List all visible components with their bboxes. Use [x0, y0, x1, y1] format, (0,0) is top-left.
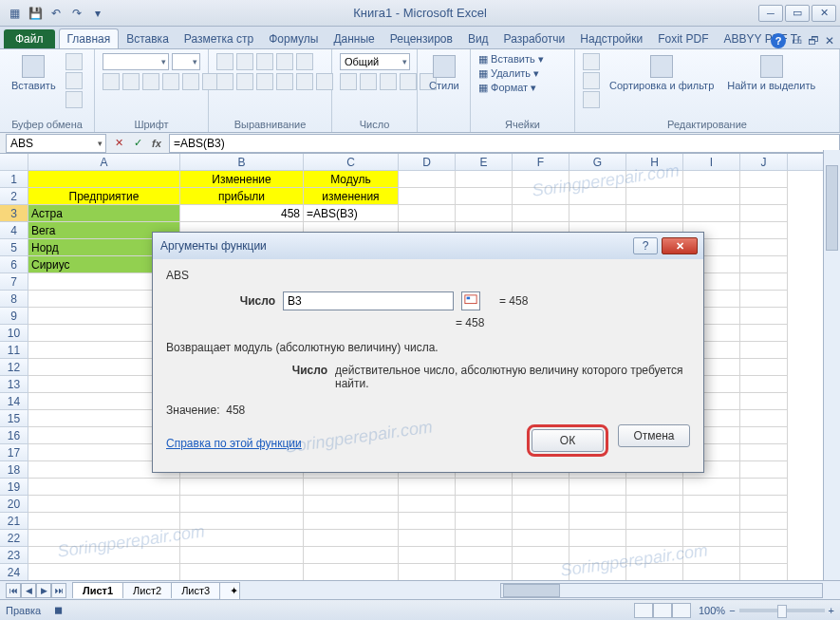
file-tab[interactable]: Файл — [4, 29, 55, 48]
tab-foxit[interactable]: Foxit PDF — [650, 29, 716, 48]
cell[interactable] — [626, 530, 683, 547]
cell[interactable] — [399, 496, 456, 513]
zoom-slider[interactable] — [739, 609, 825, 612]
cell[interactable] — [683, 513, 740, 530]
cut-icon[interactable] — [65, 53, 83, 70]
accept-formula-icon[interactable]: ✓ — [129, 135, 146, 152]
zoom-out-button[interactable]: − — [729, 605, 735, 616]
sheet-nav-last[interactable]: ⏭ — [51, 583, 66, 598]
tab-pagelayout[interactable]: Разметка стр — [177, 29, 261, 48]
cell[interactable] — [569, 171, 626, 188]
zoom-level[interactable]: 100% — [699, 605, 725, 616]
horizontal-scrollbar[interactable] — [500, 583, 823, 598]
cell[interactable] — [399, 530, 456, 547]
cells-delete-button[interactable]: ▦ Удалить ▾ — [478, 67, 544, 80]
minimize-button[interactable]: ─ — [758, 5, 783, 22]
cell[interactable] — [180, 564, 304, 581]
cell[interactable] — [740, 444, 788, 461]
row-header[interactable]: 17 — [0, 444, 28, 461]
sheet-nav-next[interactable]: ▶ — [36, 583, 51, 598]
wrap-button[interactable] — [296, 53, 313, 70]
row-header[interactable]: 6 — [0, 256, 28, 273]
col-header[interactable]: E — [456, 154, 513, 170]
cell[interactable] — [28, 547, 180, 564]
col-header[interactable]: B — [180, 154, 304, 170]
cell[interactable] — [683, 479, 740, 496]
cell[interactable] — [456, 171, 513, 188]
cell[interactable] — [569, 513, 626, 530]
vertical-scrollbar[interactable] — [823, 150, 840, 580]
tab-formulas[interactable]: Формулы — [261, 29, 326, 48]
cell[interactable] — [399, 547, 456, 564]
cell[interactable]: 458 — [180, 205, 304, 222]
cell[interactable]: Модуль — [304, 171, 399, 188]
cell[interactable] — [28, 513, 180, 530]
cell[interactable] — [740, 188, 788, 205]
function-help-link[interactable]: Справка по этой функции — [166, 437, 302, 450]
row-header[interactable]: 24 — [0, 564, 28, 581]
autosum-button[interactable] — [583, 53, 600, 70]
border-button[interactable] — [162, 73, 179, 90]
sheet-nav-first[interactable]: ⏮ — [6, 583, 21, 598]
align-mid-button[interactable] — [236, 53, 253, 70]
currency-button[interactable] — [340, 73, 357, 90]
indent-inc-button[interactable] — [296, 73, 313, 90]
cell[interactable] — [740, 273, 788, 291]
underline-button[interactable] — [142, 73, 159, 90]
row-header[interactable]: 22 — [0, 530, 28, 547]
cell[interactable]: Астра — [28, 205, 180, 222]
cell[interactable] — [456, 205, 513, 222]
cell[interactable] — [740, 308, 788, 325]
cell[interactable] — [569, 205, 626, 222]
cell[interactable] — [28, 530, 180, 547]
cell[interactable] — [304, 479, 399, 496]
cell[interactable] — [626, 479, 683, 496]
orientation-button[interactable] — [276, 53, 293, 70]
cell[interactable] — [180, 496, 304, 513]
col-header[interactable]: C — [304, 154, 399, 170]
sort-filter-button[interactable]: Сортировка и фильтр — [606, 53, 718, 93]
tab-data[interactable]: Данные — [326, 29, 382, 48]
row-header[interactable]: 4 — [0, 222, 28, 239]
sheet-tab-3[interactable]: Лист3 — [171, 582, 220, 598]
cell[interactable] — [399, 205, 456, 222]
macro-record-icon[interactable]: ◼ — [54, 604, 63, 616]
cell[interactable] — [740, 171, 788, 188]
row-header[interactable]: 14 — [0, 393, 28, 410]
align-right-button[interactable] — [256, 73, 273, 90]
cell[interactable] — [513, 479, 569, 496]
cell[interactable] — [28, 496, 180, 513]
col-header[interactable]: G — [569, 154, 626, 170]
help-icon[interactable]: ? — [771, 33, 786, 48]
restore-workbook-icon[interactable]: 🗗 — [808, 34, 819, 47]
cell[interactable] — [456, 564, 513, 581]
cell[interactable] — [740, 530, 788, 547]
cell[interactable] — [569, 188, 626, 205]
zoom-in-button[interactable]: + — [829, 605, 834, 616]
cell[interactable] — [28, 479, 180, 496]
cell[interactable] — [569, 496, 626, 513]
cell[interactable] — [683, 530, 740, 547]
close-button[interactable]: ✕ — [812, 5, 836, 22]
sheet-tab-1[interactable]: Лист1 — [72, 582, 123, 598]
styles-button[interactable]: Стили — [425, 53, 463, 93]
cell[interactable] — [180, 513, 304, 530]
tab-addins[interactable]: Надстройки — [572, 29, 650, 48]
cell[interactable] — [740, 393, 788, 410]
cell[interactable] — [569, 564, 626, 581]
cell[interactable] — [456, 530, 513, 547]
cell[interactable] — [740, 239, 788, 256]
row-header[interactable]: 19 — [0, 479, 28, 496]
cell[interactable] — [399, 188, 456, 205]
tab-review[interactable]: Рецензиров — [383, 29, 460, 48]
cell[interactable] — [28, 171, 180, 188]
cell[interactable] — [740, 496, 788, 513]
cell[interactable] — [683, 496, 740, 513]
col-header[interactable]: I — [683, 154, 740, 170]
minimize-ribbon-icon[interactable]: ▭ — [792, 34, 802, 47]
new-sheet-button[interactable]: ✦ — [219, 582, 240, 599]
cell[interactable] — [304, 564, 399, 581]
cell[interactable] — [180, 547, 304, 564]
cell[interactable] — [513, 513, 569, 530]
cell[interactable] — [683, 188, 740, 205]
